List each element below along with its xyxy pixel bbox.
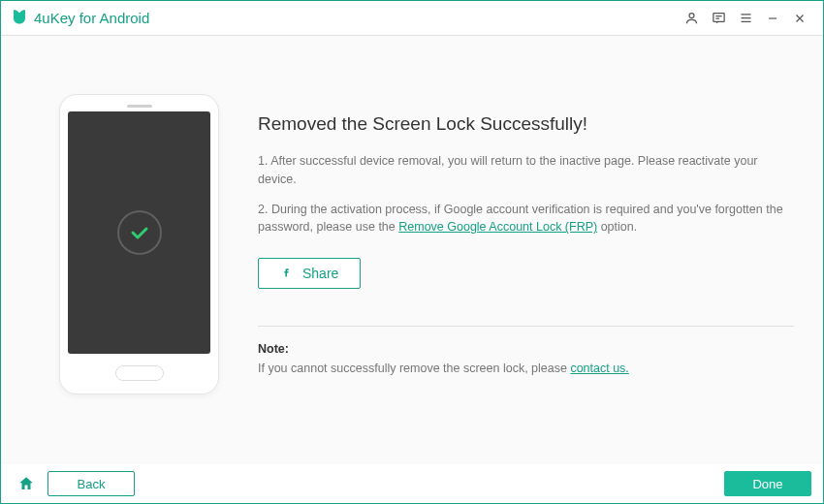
phone-screen [68, 111, 210, 354]
share-label: Share [302, 266, 338, 281]
instruction-1: 1. After successful device removal, you … [258, 152, 794, 189]
checkmark-icon [117, 210, 162, 255]
app-window: 4uKey for Android [0, 0, 824, 504]
phone-earpiece [127, 105, 152, 108]
contact-us-link[interactable]: contact us. [570, 362, 628, 375]
main-content: Removed the Screen Lock Successfully! 1.… [1, 36, 823, 464]
svg-rect-1 [713, 14, 723, 22]
menu-icon[interactable] [732, 5, 759, 32]
share-button[interactable]: Share [258, 258, 361, 289]
text-column: Removed the Screen Lock Successfully! 1.… [258, 94, 794, 445]
logo-icon [11, 8, 28, 29]
phone-home-button [115, 365, 164, 381]
facebook-icon [280, 266, 293, 281]
note-prefix: If you cannot successfully remove the sc… [258, 362, 570, 375]
back-button[interactable]: Back [48, 471, 135, 496]
phone-graphic [59, 94, 219, 394]
feedback-icon[interactable] [705, 5, 732, 32]
minimize-icon[interactable] [759, 5, 786, 32]
done-button[interactable]: Done [724, 471, 811, 496]
app-logo: 4uKey for Android [11, 8, 149, 29]
home-icon[interactable] [13, 470, 40, 497]
footer: Back Done [1, 464, 823, 503]
separator [258, 326, 794, 327]
close-icon[interactable] [786, 5, 813, 32]
instruction-2-suffix: option. [601, 220, 638, 234]
svg-point-0 [689, 14, 694, 18]
note-title: Note: [258, 342, 794, 356]
success-heading: Removed the Screen Lock Successfully! [258, 113, 794, 135]
remove-frp-link[interactable]: Remove Google Account Lock (FRP) [398, 220, 597, 234]
user-icon[interactable] [678, 5, 705, 32]
instruction-2: 2. During the activation process, if Goo… [258, 201, 794, 237]
phone-column [59, 94, 219, 445]
app-title: 4uKey for Android [34, 10, 149, 26]
note-text: If you cannot successfully remove the sc… [258, 360, 794, 378]
titlebar: 4uKey for Android [1, 1, 823, 36]
